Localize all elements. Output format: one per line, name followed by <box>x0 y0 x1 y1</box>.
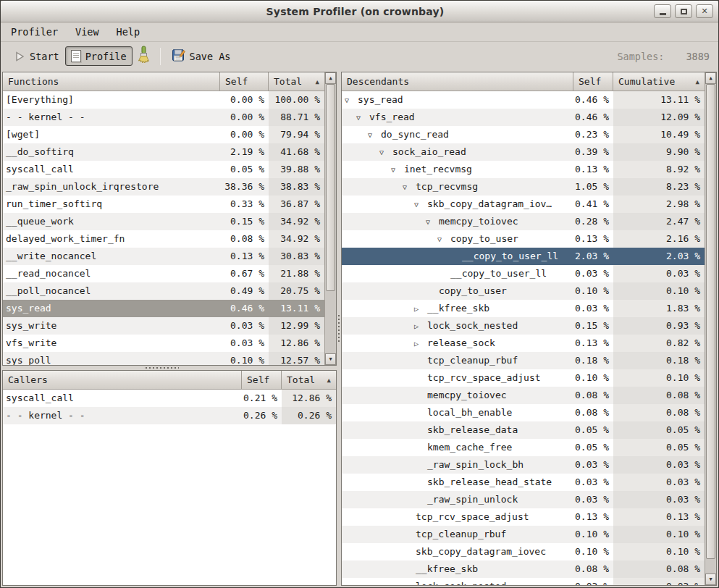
total-value: 0.05 % <box>613 439 705 456</box>
functions-scrollbar[interactable]: ▲ ▼ <box>324 72 336 365</box>
table-row[interactable]: [wget]0.00 %79.94 % <box>3 126 324 143</box>
expander-open-icon[interactable]: ▽ <box>426 214 439 230</box>
table-row[interactable]: _raw_spin_lock_bh0.03 %0.03 % <box>342 456 705 474</box>
table-row[interactable]: syscall_call0.05 %39.88 % <box>3 161 324 178</box>
descendants-scrollbar[interactable]: ▲ ▼ <box>705 72 716 585</box>
table-row[interactable]: kmem_cache_free0.05 %0.05 % <box>342 439 705 456</box>
expander-closed-icon[interactable]: ▷ <box>414 318 427 335</box>
table-row[interactable]: __queue_work0.15 %34.92 % <box>3 213 324 230</box>
table-row[interactable]: syscall_call0.21 %12.86 % <box>3 390 336 407</box>
table-row[interactable]: __kfree_skb0.08 %0.08 % <box>342 560 705 578</box>
table-row[interactable]: tcp_rcv_space_adjust0.13 %0.13 % <box>342 508 705 526</box>
table-row[interactable]: ▷__kfree_skb0.03 %1.83 % <box>342 300 705 317</box>
callers-column-header[interactable]: Callers <box>3 371 242 390</box>
expander-open-icon[interactable]: ▽ <box>379 144 392 161</box>
table-row[interactable]: ▽do_sync_read0.23 %10.49 % <box>342 126 705 143</box>
minimize-button[interactable] <box>654 4 671 18</box>
scroll-up-button[interactable]: ▲ <box>325 72 336 84</box>
table-row[interactable]: - - kernel - -0.26 %0.26 % <box>3 407 336 424</box>
brush-icon <box>136 46 151 67</box>
scrollbar-trough[interactable] <box>705 84 716 574</box>
scrollbar-thumb[interactable] <box>326 84 335 291</box>
table-row[interactable]: - - kernel - -0.00 %88.71 % <box>3 109 324 126</box>
table-row[interactable]: run_timer_softirq0.33 %36.87 % <box>3 196 324 213</box>
table-row[interactable]: sys_write0.03 %12.99 % <box>3 317 324 335</box>
table-row[interactable]: ▽skb_copy_datagram_iov…0.41 %2.98 % <box>342 196 705 213</box>
table-row-selected[interactable]: sys_read0.46 %13.11 % <box>3 300 324 317</box>
expander-open-icon[interactable]: ▽ <box>437 231 450 248</box>
horizontal-splitter[interactable] <box>2 366 337 370</box>
save-as-button[interactable]: Save As <box>167 45 237 67</box>
self-column-header[interactable]: Self <box>220 72 269 91</box>
menu-item-help[interactable]: Help <box>115 25 142 39</box>
reset-button[interactable] <box>133 42 154 70</box>
table-row[interactable]: ▽copy_to_user0.13 %2.16 % <box>342 230 705 248</box>
table-row[interactable]: local_bh_enable0.08 %0.08 % <box>342 404 705 421</box>
table-row[interactable]: __do_softirq2.19 %41.68 % <box>3 143 324 161</box>
scroll-up-button[interactable]: ▲ <box>705 72 716 84</box>
table-row[interactable]: vfs_write0.03 %12.86 % <box>3 335 324 352</box>
scrollbar-thumb[interactable] <box>706 84 715 559</box>
table-row[interactable]: ▽sock_aio_read0.39 %9.90 % <box>342 143 705 161</box>
table-row[interactable]: __copy_to_user_ll0.03 %0.03 % <box>342 265 705 282</box>
table-row[interactable]: ▽memcpy_toiovec0.28 %2.47 % <box>342 213 705 230</box>
expander-closed-icon[interactable]: ▷ <box>414 301 427 317</box>
table-row-selected[interactable]: __copy_to_user_ll2.03 %2.03 % <box>342 248 705 265</box>
callers-self-column-header[interactable]: Self <box>242 371 282 390</box>
expander-closed-icon[interactable]: ▷ <box>414 335 427 352</box>
vertical-splitter[interactable] <box>337 72 341 586</box>
table-row[interactable]: ▷lock_sock_nested0.15 %0.93 % <box>342 317 705 335</box>
descendants-self-column-header[interactable]: Self <box>573 72 613 91</box>
table-row[interactable]: ▷release_sock0.13 %0.82 % <box>342 335 705 352</box>
table-row[interactable]: tcp_cleanup_rbuf0.10 %0.10 % <box>342 526 705 543</box>
cumulative-column-header[interactable]: Cumulative▲ <box>613 72 705 91</box>
table-row[interactable]: ▽vfs_read0.46 %12.09 % <box>342 109 705 126</box>
table-row[interactable]: __write_nocancel0.13 %30.83 % <box>3 248 324 265</box>
total-column-header[interactable]: Total▲ <box>269 72 324 91</box>
self-value: 0.03 % <box>220 335 269 352</box>
profile-toggle-button[interactable]: Profile <box>65 46 133 66</box>
table-row[interactable]: skb_copy_datagram_iovec0.10 %0.10 % <box>342 543 705 560</box>
total-value: 30.83 % <box>269 248 324 265</box>
menu-item-profiler[interactable]: Profiler <box>9 25 59 39</box>
function-name-cell: skb_release_head_state <box>342 474 573 491</box>
table-row[interactable]: ▽sys_read0.46 %13.11 % <box>342 91 705 109</box>
descendants-column-header[interactable]: Descendants <box>342 72 573 91</box>
scroll-down-button[interactable]: ▼ <box>325 353 336 365</box>
table-row[interactable]: ▽inet_recvmsg0.13 %8.92 % <box>342 161 705 178</box>
expander-open-icon[interactable]: ▽ <box>368 127 381 143</box>
maximize-button[interactable] <box>675 4 692 18</box>
expander-open-icon[interactable]: ▽ <box>391 161 404 178</box>
table-row[interactable]: sys_poll0.10 %12.57 % <box>3 352 324 365</box>
scroll-down-button[interactable]: ▼ <box>705 574 716 585</box>
table-row[interactable]: tcp_cleanup_rbuf0.18 %0.18 % <box>342 352 705 369</box>
app-window: System Profiler (on crownbay) ✕ Profiler… <box>0 0 719 588</box>
table-row[interactable]: _raw_spin_unlock0.03 %0.03 % <box>342 491 705 508</box>
table-row[interactable]: memcpy_toiovec0.08 %0.08 % <box>342 387 705 404</box>
total-value: 12.57 % <box>269 352 324 365</box>
menu-item-view[interactable]: View <box>74 25 101 39</box>
splitter-handle[interactable] <box>338 315 340 343</box>
callers-total-column-header[interactable]: Total▲ <box>282 371 336 390</box>
functions-column-header[interactable]: Functions <box>3 72 220 91</box>
splitter-handle[interactable] <box>146 367 179 369</box>
table-row[interactable]: copy_to_user0.10 %0.10 % <box>342 282 705 300</box>
expander-open-icon[interactable]: ▽ <box>403 179 416 196</box>
table-row[interactable]: __read_nocancel0.67 %21.88 % <box>3 265 324 282</box>
table-row[interactable]: tcp_rcv_space_adjust0.10 %0.10 % <box>342 369 705 387</box>
titlebar[interactable]: System Profiler (on crownbay) ✕ <box>1 1 718 22</box>
table-row[interactable]: lock_sock_nested0.03 %0.03 % <box>342 578 705 585</box>
close-button[interactable]: ✕ <box>696 4 713 18</box>
start-button[interactable]: Start <box>8 47 65 66</box>
table-row[interactable]: _raw_spin_unlock_irqrestore38.36 %38.83 … <box>3 178 324 196</box>
table-row[interactable]: skb_release_data0.05 %0.05 % <box>342 421 705 439</box>
expander-open-icon[interactable]: ▽ <box>356 109 369 126</box>
scrollbar-trough[interactable] <box>325 84 336 353</box>
table-row[interactable]: [Everything]0.00 %100.00 % <box>3 91 324 109</box>
expander-open-icon[interactable]: ▽ <box>414 196 427 213</box>
table-row[interactable]: __poll_nocancel0.49 %20.75 % <box>3 282 324 300</box>
table-row[interactable]: skb_release_head_state0.03 %0.03 % <box>342 474 705 491</box>
expander-open-icon[interactable]: ▽ <box>345 92 358 109</box>
table-row[interactable]: ▽tcp_recvmsg1.05 %8.23 % <box>342 178 705 196</box>
table-row[interactable]: delayed_work_timer_fn0.08 %34.92 % <box>3 230 324 248</box>
